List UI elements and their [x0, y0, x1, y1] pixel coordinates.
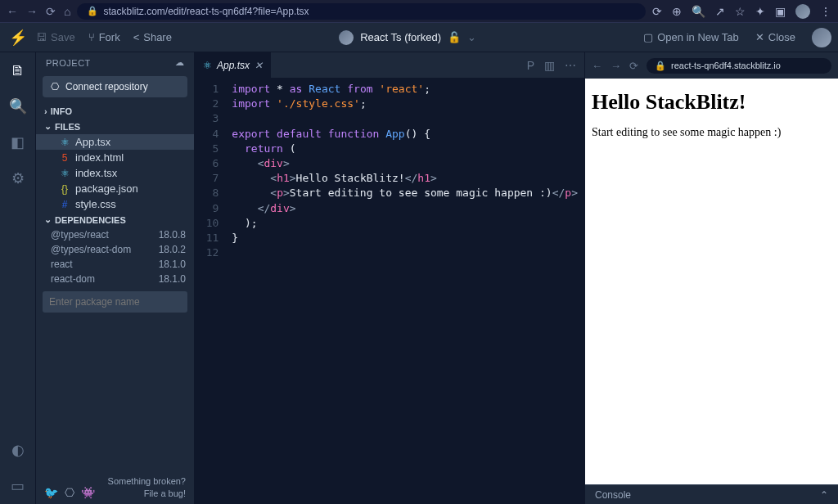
file-type-icon: ⚛ — [59, 137, 70, 148]
prettier-icon[interactable]: P — [527, 59, 534, 72]
chevron-right-icon: › — [44, 106, 47, 116]
fork-button[interactable]: ⑂ Fork — [82, 28, 127, 47]
project-title[interactable]: React Ts (forked) — [360, 31, 441, 43]
chevron-down-icon[interactable]: ⌄ — [467, 31, 476, 43]
stackblitz-logo-icon[interactable]: ⚡ — [7, 26, 29, 49]
file-name: package.json — [75, 182, 138, 195]
chevron-up-icon: ⌃ — [820, 489, 828, 501]
dependency-item[interactable]: @types/react18.0.8 — [36, 227, 194, 242]
dep-name: @types/react — [51, 229, 109, 241]
editor-tab-bar: ⚛ App.tsx ✕ P ▥ ⋯ — [195, 52, 584, 79]
dependency-item[interactable]: @types/react-dom18.0.2 — [36, 242, 194, 257]
open-new-tab-button[interactable]: ▢ Open in New Tab — [637, 28, 746, 47]
chrome-sidepanel-icon[interactable]: ▣ — [775, 5, 786, 18]
console-bar[interactable]: Console ⌃ — [585, 484, 838, 504]
file-item[interactable]: ⚛App.tsx — [36, 134, 194, 150]
ports-icon[interactable]: ◧ — [7, 131, 29, 154]
chrome-avatar[interactable] — [795, 4, 810, 19]
lock-icon: 🔒 — [87, 6, 98, 16]
share-button[interactable]: < Share — [127, 28, 178, 47]
browser-url-text: stackblitz.com/edit/react-ts-qn6df4?file… — [103, 6, 309, 17]
file-type-icon: # — [59, 199, 70, 210]
save-button[interactable]: 🖫 Save — [29, 28, 82, 47]
editor-tab[interactable]: ⚛ App.tsx ✕ — [195, 52, 272, 78]
browser-back-icon[interactable]: ← — [7, 5, 18, 18]
fork-label: Fork — [99, 31, 120, 43]
connect-repo-button[interactable]: ⎔ Connect repository — [43, 76, 187, 97]
deps-section[interactable]: ⌄ DEPENDENCIES — [36, 212, 194, 227]
chevron-down-icon: ⌄ — [44, 214, 52, 225]
files-section[interactable]: ⌄ FILES — [36, 119, 194, 134]
chrome-sync-icon[interactable]: ⟳ — [652, 5, 662, 18]
twitter-icon[interactable]: 🐦 — [44, 486, 58, 499]
chrome-menu-icon[interactable]: ⋮ — [820, 5, 831, 18]
file-name: style.css — [75, 198, 116, 210]
code-editor[interactable]: 123456789101112 import * as React from '… — [195, 79, 584, 504]
more-icon[interactable]: ⋯ — [565, 59, 576, 72]
editor-area: ⚛ App.tsx ✕ P ▥ ⋯ 123456789101112 import… — [195, 52, 584, 504]
user-avatar[interactable] — [812, 28, 831, 47]
layout-icon[interactable]: ▭ — [7, 475, 29, 497]
file-item[interactable]: ⚛index.tsx — [36, 165, 194, 181]
dependency-item[interactable]: react18.1.0 — [36, 257, 194, 272]
sidebar-title: PROJECT — [46, 58, 91, 68]
preview-panel: ← → ⟳ 🔒 react-ts-qn6df4.stackblitz.io He… — [584, 52, 838, 504]
share-label: Share — [143, 31, 172, 43]
file-name: App.tsx — [75, 136, 110, 148]
owner-avatar[interactable] — [339, 30, 354, 45]
files-label: FILES — [55, 122, 80, 132]
react-icon: ⚛ — [203, 60, 212, 71]
fork-icon: ⑂ — [88, 31, 95, 43]
app-toolbar: ⚡ 🖫 Save ⑂ Fork < Share React Ts (forked… — [0, 23, 838, 52]
chrome-translate-icon[interactable]: ⊕ — [672, 5, 682, 18]
browser-forward-icon[interactable]: → — [26, 5, 38, 18]
code-content[interactable]: import * as React from 'react'; import '… — [225, 79, 584, 504]
discord-icon[interactable]: 👾 — [81, 486, 95, 499]
preview-heading: Hello StackBlitz! — [592, 90, 831, 115]
lock-icon: 🔒 — [655, 61, 666, 71]
settings-icon[interactable]: ⚙ — [7, 167, 29, 190]
split-icon[interactable]: ▥ — [544, 59, 555, 72]
file-item[interactable]: 5index.html — [36, 150, 194, 165]
browser-reload-icon[interactable]: ⟳ — [46, 5, 56, 18]
open-new-tab-label: Open in New Tab — [657, 31, 739, 43]
chrome-share-icon[interactable]: ↗ — [715, 5, 725, 18]
broken-text: Something broken? — [108, 475, 186, 487]
close-tab-icon[interactable]: ✕ — [255, 60, 263, 71]
share-icon: < — [133, 31, 140, 43]
dep-version: 18.0.2 — [159, 244, 186, 255]
browser-home-icon[interactable]: ⌂ — [64, 5, 70, 18]
lock-icon[interactable]: 🔓 — [448, 31, 461, 43]
chrome-extensions-icon[interactable]: ✦ — [755, 5, 765, 18]
package-name-input[interactable] — [43, 291, 187, 313]
explorer-icon[interactable]: 🗎 — [7, 59, 29, 82]
cloud-icon[interactable]: ☁ — [175, 57, 185, 68]
dep-version: 18.1.0 — [159, 259, 186, 270]
preview-back-icon[interactable]: ← — [592, 60, 602, 72]
chrome-bookmark-icon[interactable]: ☆ — [735, 5, 746, 18]
preview-paragraph: Start editing to see some magic happen :… — [592, 126, 831, 139]
preview-url-bar[interactable]: 🔒 react-ts-qn6df4.stackblitz.io — [647, 58, 831, 74]
file-item[interactable]: {}package.json — [36, 181, 194, 196]
theme-icon[interactable]: ◐ — [7, 439, 29, 461]
connect-label: Connect repository — [65, 81, 148, 92]
github-icon[interactable]: ⎔ — [65, 486, 74, 499]
dependency-item[interactable]: react-dom18.1.0 — [36, 272, 194, 286]
close-icon: ✕ — [755, 31, 764, 43]
file-name: index.html — [75, 151, 124, 164]
info-label: INFO — [51, 106, 72, 116]
search-icon[interactable]: 🔍 — [7, 95, 29, 118]
info-section[interactable]: › INFO — [36, 104, 194, 119]
browser-url-bar[interactable]: 🔒 stackblitz.com/edit/react-ts-qn6df4?fi… — [77, 3, 646, 20]
file-item[interactable]: #style.css — [36, 196, 194, 212]
browser-chrome: ← → ⟳ ⌂ 🔒 stackblitz.com/edit/react-ts-q… — [0, 0, 838, 23]
close-button[interactable]: ✕ Close — [749, 28, 802, 47]
chrome-zoom-icon[interactable]: 🔍 — [692, 5, 705, 18]
deps-label: DEPENDENCIES — [55, 215, 126, 225]
dep-version: 18.0.8 — [159, 229, 186, 241]
file-bug-link[interactable]: File a bug! — [108, 488, 186, 499]
preview-reload-icon[interactable]: ⟳ — [629, 60, 638, 72]
dep-name: react — [51, 259, 73, 270]
preview-content: Hello StackBlitz! Start editing to see s… — [585, 79, 838, 484]
preview-forward-icon[interactable]: → — [610, 60, 621, 72]
